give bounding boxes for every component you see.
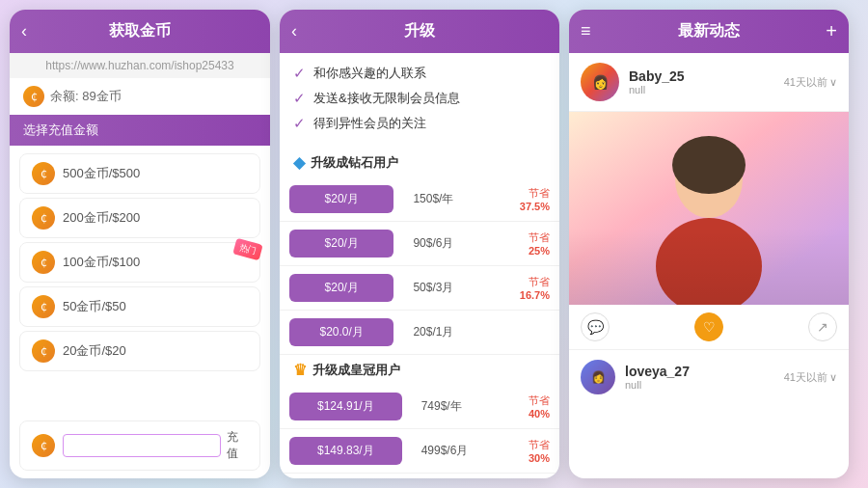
left-back-button[interactable]: ‹ [21,21,27,41]
crown-section-header: ♛ 升级成皇冠用户 [280,355,559,385]
middle-panel: ‹ 升级 ✓ 和你感兴趣的人联系 ✓ 发送&接收无限制会员信息 ✓ 得到异性会员… [280,10,559,478]
svg-point-3 [672,136,746,194]
coin-option-20[interactable]: ₵ 20金币/$20 [19,331,260,371]
user1-avatar-bg: 👩 [581,63,619,101]
comment-button[interactable]: 💬 [581,312,610,341]
right-panel-header: ≡ 最新动态 + [569,10,849,53]
right-panel: ≡ 最新动态 + 👩 Baby_25 null 41天以前 ∨ [569,10,849,478]
feature-item-1: ✓ 和你感兴趣的人联系 [293,65,546,82]
diamond-plan-1[interactable]: $20/月 150$/年 节省 37.5% [280,177,559,222]
left-panel-title: 获取金币 [109,21,171,41]
check-icon-2: ✓ [293,90,306,107]
middle-back-button[interactable]: ‹ [291,21,297,41]
diamond-price-btn-3[interactable]: $20/月 [289,274,393,302]
diamond-price-btn-1[interactable]: $20/月 [289,185,393,213]
balance-row: ₵ 余额: 89金币 [10,78,270,115]
user2-info: loveya_27 null [625,364,784,391]
share-button[interactable]: ↗ [808,312,837,341]
user2-activity-row: 👩 loveya_27 null 41天以前 ∨ [569,350,849,404]
user2-name: loveya_27 [625,364,784,379]
user2-time: 41天以前 ∨ [784,370,837,385]
feature-label-1: 和你感兴趣的人联系 [313,65,426,82]
diamond-price-btn-4[interactable]: $20.0/月 [289,318,393,346]
coin-label-20: 20金币/$20 [63,342,126,360]
svg-point-2 [656,218,762,305]
user2-null: null [625,379,784,391]
right-panel-title: 最新动态 [678,21,740,41]
balance-coin-icon: ₵ [23,86,44,107]
coin-option-50[interactable]: ₵ 50金币/$50 [19,286,260,327]
feature-item-2: ✓ 发送&接收无限制会员信息 [293,90,546,107]
svg-rect-0 [569,112,849,305]
custom-coin-icon: ₵ [32,434,55,457]
user2-avatar: 👩 [581,360,615,394]
crown-save-1: 节省 40% [503,385,559,429]
crown-price-btn-1[interactable]: $124.91/月 [289,393,402,420]
diamond-period-4: 20$/1月 [403,311,489,355]
recharge-button-label[interactable]: 充值 [227,429,248,462]
left-panel: ‹ 获取金币 https://www.huzhan.com/ishop25433… [10,10,270,478]
user1-time: 41天以前 ∨ [784,75,837,90]
user1-photo-placeholder [569,112,849,305]
crown-section-label: 升级成皇冠用户 [312,362,400,379]
crown-price-btn-2[interactable]: $149.83/月 [289,437,402,465]
diamond-save-1: 节省 37.5% [489,177,559,222]
custom-amount-input[interactable] [63,434,221,457]
coin-label-50: 50金币/$50 [63,298,126,315]
crown-plan-1[interactable]: $124.91/月 749$/年 节省 40% [280,385,559,429]
user2-chevron-icon: ∨ [829,371,837,384]
share-icon: ↗ [808,312,837,341]
coin-icon-500: ₵ [32,162,55,185]
coin-icon-200: ₵ [32,206,55,230]
upgrade-features: ✓ 和你感兴趣的人联系 ✓ 发送&接收无限制会员信息 ✓ 得到异性会员的关注 [280,53,559,148]
coin-options-list: ₵ 500金币/$500 ₵ 200金币/$200 ₵ 100金币/$100 热… [10,146,270,420]
diamond-price-table: $20/月 150$/年 节省 37.5% $20/月 90$/6月 节省 25… [280,177,559,355]
crown-plan-2[interactable]: $149.83/月 499$/6月 节省 30% [280,429,559,474]
crown-price-table: $124.91/月 749$/年 节省 40% $149.83/月 499$/6… [280,385,559,474]
feature-label-2: 发送&接收无限制会员信息 [313,90,460,107]
action-bar: 💬 ♡ ↗ [569,305,849,350]
coin-option-200[interactable]: ₵ 200金币/$200 [19,198,260,238]
coin-label-500: 500金币/$500 [63,165,140,182]
user2-avatar-bg: 👩 [581,360,615,394]
diamond-period-1: 150$/年 [403,177,489,222]
coin-option-500[interactable]: ₵ 500金币/$500 [19,153,260,194]
menu-button[interactable]: ≡ [581,21,591,41]
diamond-plan-3[interactable]: $20/月 50$/3月 节省 16.7% [280,266,559,311]
coin-label-200: 200金币/$200 [63,209,140,227]
user1-photo[interactable] [569,112,849,305]
user1-info: Baby_25 null [629,68,784,95]
watermark: https://www.huzhan.com/ishop25433 [10,53,270,78]
diamond-period-2: 90$/6月 [403,222,489,266]
check-icon-3: ✓ [293,115,306,132]
like-icon: ♡ [694,312,723,341]
check-icon-1: ✓ [293,65,306,82]
middle-panel-header: ‹ 升级 [280,10,559,53]
crown-period-1: 749$/年 [412,385,503,429]
chevron-down-icon: ∨ [829,76,837,89]
diamond-price-btn-2[interactable]: $20/月 [289,230,393,258]
middle-panel-title: 升级 [404,21,435,41]
coin-icon-50: ₵ [32,295,55,318]
section-label: 选择充值金额 [10,115,270,146]
balance-label: 余额: 89金币 [50,88,122,105]
diamond-plan-4[interactable]: $20.0/月 20$/1月 [280,311,559,355]
feature-label-3: 得到异性会员的关注 [313,115,426,132]
coin-icon-20: ₵ [32,339,55,363]
coin-label-100: 100金币/$100 [63,254,140,271]
diamond-icon: ◆ [293,153,305,172]
crown-icon: ♛ [293,361,307,379]
coin-option-100[interactable]: ₵ 100金币/$100 热门 [19,242,260,283]
middle-scroll-area[interactable]: ✓ 和你感兴趣的人联系 ✓ 发送&接收无限制会员信息 ✓ 得到异性会员的关注 ◆… [280,53,559,478]
diamond-period-3: 50$/3月 [403,266,489,311]
crown-save-2: 节省 30% [503,429,559,474]
like-button[interactable]: ♡ [694,312,723,341]
hot-badge: 热门 [232,238,262,261]
left-panel-header: ‹ 获取金币 [10,10,270,53]
diamond-section-label: 升级成钻石用户 [311,154,398,172]
crown-period-2: 499$/6月 [412,429,503,474]
add-button[interactable]: + [826,20,837,42]
diamond-plan-2[interactable]: $20/月 90$/6月 节省 25% [280,222,559,266]
svg-point-1 [675,141,743,218]
custom-recharge-row: ₵ 充值 [19,420,260,471]
